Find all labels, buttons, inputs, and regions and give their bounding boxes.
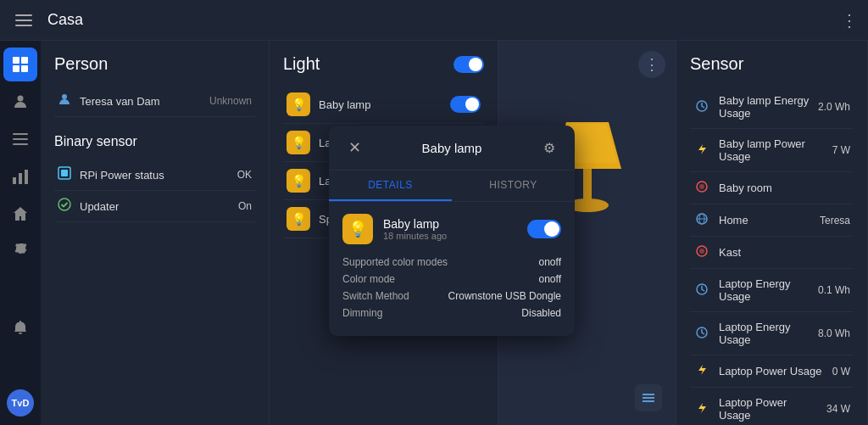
- svg-point-7: [18, 96, 24, 102]
- svg-rect-4: [21, 57, 28, 64]
- svg-rect-16: [61, 170, 68, 176]
- sensor-name-5: Laptop Energy Usage: [719, 277, 810, 303]
- sensor-icon-0: [693, 100, 710, 115]
- sensor-name-3: Home: [719, 214, 811, 226]
- sensor-icon-7: [693, 364, 710, 378]
- modal-prop-row-1: Color mode onoff: [342, 273, 561, 285]
- lamp-panel-dots[interactable]: ⋮: [638, 51, 665, 78]
- modal-tab-history[interactable]: HISTORY: [452, 171, 575, 201]
- nav-icon-chart[interactable]: [3, 159, 37, 193]
- sensor-row-6[interactable]: Laptop Energy Usage 8.0 Wh: [690, 312, 854, 355]
- sensor-row-4[interactable]: Kast: [690, 237, 854, 269]
- crownstone-icon: [635, 384, 662, 411]
- light-panel-title: Light: [283, 54, 320, 74]
- svg-rect-9: [13, 138, 28, 140]
- svg-point-29: [699, 249, 704, 254]
- light-main-toggle[interactable]: [453, 56, 484, 73]
- person-status: Unknown: [209, 95, 252, 107]
- binary-sensor-row-0[interactable]: RPi Power status OK: [54, 159, 255, 191]
- svg-rect-1: [15, 20, 32, 21]
- sensor-name-6: Laptop Energy Usage: [719, 321, 810, 346]
- person-panel: Person Teresa van Dam Unknown Binary sen…: [41, 41, 270, 425]
- sensor-name-4: Kast: [719, 246, 842, 259]
- nav-icon-grid[interactable]: [3, 48, 37, 81]
- binary-sensor-value-0: OK: [237, 169, 252, 181]
- nav-icon-bell[interactable]: [3, 310, 37, 344]
- svg-rect-6: [21, 65, 28, 72]
- binary-sensor-row-1[interactable]: Updater On: [54, 191, 255, 222]
- sensor-panel-title: Sensor: [690, 54, 854, 74]
- sensor-value-1: 7 W: [832, 144, 850, 156]
- left-nav: TvD: [0, 41, 41, 425]
- svg-rect-12: [19, 173, 22, 184]
- svg-rect-0: [15, 14, 32, 16]
- sensor-row-5[interactable]: Laptop Energy Usage 0.1 Wh: [690, 269, 854, 312]
- nav-icon-settings[interactable]: [3, 234, 37, 268]
- sensor-value-3: Teresa: [820, 215, 850, 226]
- modal-prop-val-0: onoff: [539, 256, 561, 268]
- person-panel-title: Person: [54, 54, 255, 74]
- nav-icon-person[interactable]: [3, 85, 37, 119]
- sensor-icon-6: [693, 327, 710, 341]
- modal-prop-val-2: Crownstone USB Dongle: [448, 290, 561, 302]
- topbar-menu-dots[interactable]: ⋮: [841, 10, 858, 31]
- sensor-name-1: Baby lamp Power Usage: [719, 137, 824, 163]
- topbar: Casa ⋮: [0, 0, 868, 41]
- user-avatar[interactable]: TvD: [7, 389, 34, 417]
- modal-tab-details[interactable]: DETAILS: [329, 171, 452, 201]
- svg-rect-11: [13, 177, 16, 184]
- modal-device-row: 💡 Baby lamp 18 minutes ago: [342, 214, 561, 244]
- modal-prop-row-2: Switch Method Crownstone USB Dongle: [342, 290, 561, 302]
- light-row-0[interactable]: 💡 Baby lamp: [283, 86, 484, 124]
- sensor-name-8: Laptop Power Usage: [719, 396, 818, 422]
- modal-gear-button[interactable]: ⚙: [537, 136, 561, 159]
- sensor-icon-1: [693, 143, 710, 158]
- light-name-0: Baby lamp: [319, 98, 442, 111]
- svg-rect-3: [13, 57, 19, 64]
- person-name: Teresa van Dam: [80, 95, 201, 108]
- binary-sensor-name-1: Updater: [80, 200, 230, 213]
- person-row[interactable]: Teresa van Dam Unknown: [54, 86, 255, 117]
- sensor-row-7[interactable]: Laptop Power Usage 0 W: [690, 355, 854, 388]
- sensor-value-5: 0.1 Wh: [818, 284, 850, 296]
- light-toggle-0[interactable]: [450, 96, 481, 113]
- modal-properties: Supported color modes onoff Color mode o…: [342, 256, 561, 319]
- modal-prop-key-3: Dimming: [342, 307, 382, 319]
- modal-device-time: 18 minutes ago: [383, 231, 447, 241]
- nav-icon-home[interactable]: [3, 197, 37, 231]
- svg-point-17: [58, 199, 70, 210]
- modal-close-button[interactable]: ✕: [342, 136, 366, 159]
- sensor-value-6: 8.0 Wh: [818, 327, 850, 339]
- sensor-row-2[interactable]: Baby room: [690, 172, 854, 204]
- app-title: Casa: [47, 11, 841, 29]
- modal-prop-key-0: Supported color modes: [342, 256, 448, 268]
- modal-prop-val-1: onoff: [539, 273, 561, 285]
- svg-rect-10: [13, 143, 28, 145]
- menu-icon[interactable]: [10, 7, 37, 34]
- sensor-icon-3: [693, 213, 710, 227]
- sensor-row-0[interactable]: Baby lamp Energy Usage 2.0 Wh: [690, 86, 854, 129]
- sensor-name-7: Laptop Power Usage: [719, 365, 824, 377]
- sensor-icon-8: [693, 402, 710, 417]
- modal-device-info: Baby lamp 18 minutes ago: [383, 217, 447, 241]
- modal-device-icon: 💡: [342, 214, 373, 244]
- binary-sensor-value-1: On: [238, 200, 252, 212]
- svg-rect-13: [25, 170, 28, 184]
- speaker-icon: 💡: [287, 207, 310, 231]
- modal-tabs: DETAILS HISTORY: [329, 171, 575, 202]
- svg-point-24: [699, 184, 704, 189]
- baby-lamp-modal: ✕ Baby lamp ⚙ DETAILS HISTORY 💡 Baby lam…: [329, 126, 575, 336]
- modal-prop-key-1: Color mode: [342, 273, 395, 285]
- person-icon: [58, 92, 71, 109]
- modal-prop-row-0: Supported color modes onoff: [342, 256, 561, 268]
- sensor-icon-2: [693, 181, 710, 195]
- binary-sensor-name-0: RPi Power status: [80, 169, 229, 182]
- sensor-row-1[interactable]: Baby lamp Power Usage 7 W: [690, 129, 854, 172]
- baby-lamp-icon: 💡: [287, 92, 310, 116]
- sensor-row-3[interactable]: Home Teresa: [690, 204, 854, 237]
- sensor-icon-4: [693, 245, 710, 260]
- sensor-row-8[interactable]: Laptop Power Usage 34 W: [690, 388, 854, 425]
- svg-rect-19: [583, 169, 592, 203]
- nav-icon-list[interactable]: [3, 122, 37, 156]
- modal-device-toggle[interactable]: [527, 220, 561, 238]
